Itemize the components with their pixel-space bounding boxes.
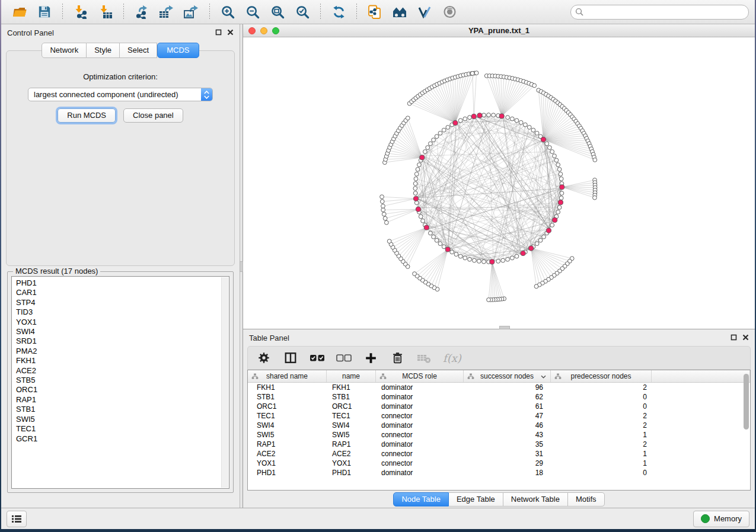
network-node[interactable] bbox=[496, 259, 500, 264]
mcds-result-item[interactable]: FKH1 bbox=[16, 356, 229, 366]
network-node[interactable] bbox=[446, 126, 450, 130]
select-all-button[interactable] bbox=[310, 350, 325, 366]
mcds-result-item[interactable]: STP4 bbox=[16, 298, 229, 307]
network-hub-node[interactable] bbox=[471, 114, 476, 118]
network-node[interactable] bbox=[548, 146, 552, 150]
result-list-scrollbar[interactable] bbox=[221, 277, 228, 488]
network-hub-node[interactable] bbox=[499, 114, 504, 118]
table-scrollbar-thumb[interactable] bbox=[744, 374, 749, 430]
network-node[interactable] bbox=[492, 113, 496, 117]
mcds-result-item[interactable]: SWI4 bbox=[16, 327, 229, 336]
tab-mcds[interactable]: MCDS bbox=[157, 43, 199, 58]
network-node[interactable] bbox=[556, 163, 560, 167]
show-all-button[interactable] bbox=[440, 3, 459, 21]
mcds-result-item[interactable]: TEC1 bbox=[16, 424, 229, 434]
tab-motifs[interactable]: Motifs bbox=[568, 492, 605, 507]
tab-network-table[interactable]: Network Table bbox=[503, 492, 568, 507]
mcds-result-list[interactable]: PHD1CAR1STP4TID3YOX1SWI4SRD1PMA2FKH1ACE2… bbox=[11, 276, 229, 489]
network-node[interactable] bbox=[463, 117, 467, 121]
network-node[interactable] bbox=[432, 235, 436, 239]
table-row[interactable]: YOX1YOX1connector291 bbox=[248, 459, 750, 468]
network-node[interactable] bbox=[560, 191, 564, 196]
mcds-result-item[interactable]: PMA2 bbox=[16, 347, 229, 356]
table-row[interactable]: SWI4SWI4dominator462 bbox=[248, 421, 750, 430]
table-options-button[interactable] bbox=[256, 350, 272, 366]
network-node[interactable] bbox=[387, 239, 391, 243]
export-network-button[interactable] bbox=[132, 3, 151, 21]
mcds-result-item[interactable]: YOX1 bbox=[16, 318, 229, 327]
network-node[interactable] bbox=[559, 172, 563, 176]
network-node[interactable] bbox=[435, 238, 439, 242]
network-node[interactable] bbox=[413, 191, 417, 196]
network-node[interactable] bbox=[557, 206, 562, 210]
network-hub-node[interactable] bbox=[420, 155, 425, 160]
close-panel-icon[interactable] bbox=[227, 28, 234, 37]
network-node[interactable] bbox=[380, 200, 384, 204]
network-node[interactable] bbox=[438, 131, 442, 135]
network-node[interactable] bbox=[556, 210, 560, 214]
network-node[interactable] bbox=[470, 72, 474, 76]
network-node[interactable] bbox=[381, 208, 385, 212]
tab-node-table[interactable]: Node Table bbox=[393, 492, 449, 507]
network-node[interactable] bbox=[414, 177, 418, 181]
network-node[interactable] bbox=[454, 252, 458, 257]
network-hub-node[interactable] bbox=[453, 120, 458, 125]
network-node[interactable] bbox=[559, 177, 563, 181]
network-node[interactable] bbox=[380, 195, 384, 199]
network-node[interactable] bbox=[538, 238, 543, 242]
network-node[interactable] bbox=[524, 123, 528, 127]
save-session-button[interactable] bbox=[35, 3, 54, 21]
network-node[interactable] bbox=[501, 258, 505, 262]
memory-button[interactable]: Memory bbox=[693, 511, 749, 527]
network-hub-node[interactable] bbox=[529, 246, 534, 251]
network-node[interactable] bbox=[559, 196, 563, 200]
network-node[interactable] bbox=[438, 242, 442, 246]
network-hub-node[interactable] bbox=[558, 200, 563, 205]
network-node[interactable] bbox=[458, 254, 462, 258]
network-node[interactable] bbox=[482, 113, 486, 117]
run-mcds-button[interactable]: Run MCDS bbox=[58, 108, 116, 123]
table-scrollbar[interactable] bbox=[742, 371, 749, 489]
network-node[interactable] bbox=[474, 71, 479, 75]
table-row[interactable]: RAP1RAP1dominator352 bbox=[248, 440, 750, 449]
network-hub-node[interactable] bbox=[553, 217, 557, 222]
network-hub-node[interactable] bbox=[546, 228, 551, 233]
network-node[interactable] bbox=[534, 284, 538, 289]
network-node[interactable] bbox=[506, 257, 510, 261]
mcds-result-item[interactable]: STB1 bbox=[16, 405, 229, 414]
network-node[interactable] bbox=[416, 168, 420, 172]
float-panel-icon[interactable] bbox=[731, 334, 737, 342]
clone-network-button[interactable] bbox=[365, 3, 384, 21]
column-header-predecessor-nodes[interactable]: predecessor nodes bbox=[551, 370, 652, 382]
network-node[interactable] bbox=[458, 118, 462, 123]
mcds-result-item[interactable]: TID3 bbox=[16, 307, 229, 317]
network-node[interactable] bbox=[428, 142, 432, 146]
network-node[interactable] bbox=[421, 219, 425, 223]
network-hub-node[interactable] bbox=[413, 196, 418, 201]
network-node[interactable] bbox=[428, 231, 432, 235]
network-node[interactable] bbox=[477, 259, 481, 264]
network-node[interactable] bbox=[426, 146, 430, 150]
network-node[interactable] bbox=[557, 168, 562, 172]
network-node[interactable] bbox=[442, 245, 446, 249]
network-hub-node[interactable] bbox=[445, 247, 450, 252]
network-node[interactable] bbox=[473, 258, 477, 262]
network-node[interactable] bbox=[542, 235, 546, 239]
network-node[interactable] bbox=[531, 128, 535, 132]
mcds-result-item[interactable]: RAP1 bbox=[16, 395, 229, 405]
network-node[interactable] bbox=[381, 204, 385, 209]
network-node[interactable] bbox=[413, 182, 417, 186]
network-node[interactable] bbox=[527, 126, 531, 130]
search-input[interactable] bbox=[584, 7, 746, 17]
column-header-successor-nodes[interactable]: successor nodes bbox=[464, 370, 551, 382]
mcds-result-item[interactable]: ORC1 bbox=[16, 385, 229, 395]
horizontal-splitter-handle[interactable] bbox=[499, 326, 510, 329]
table-row[interactable]: TEC1TEC1connector472 bbox=[248, 411, 750, 421]
deselect-all-button[interactable] bbox=[336, 350, 352, 366]
create-column-button[interactable] bbox=[363, 350, 378, 366]
mcds-result-item[interactable]: SRD1 bbox=[16, 336, 229, 346]
network-node[interactable] bbox=[384, 220, 388, 225]
network-node[interactable] bbox=[406, 116, 410, 120]
hide-selected-button[interactable] bbox=[415, 3, 434, 21]
network-node[interactable] bbox=[519, 120, 523, 124]
